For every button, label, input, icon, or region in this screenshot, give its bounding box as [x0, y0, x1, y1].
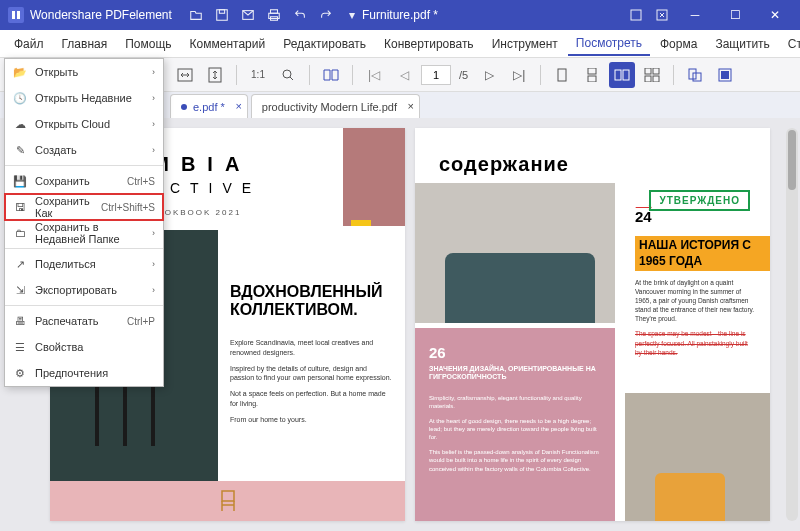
page-body: Explore Scandinavia, meet local creative…	[230, 338, 393, 431]
mail-icon[interactable]	[238, 5, 258, 25]
svg-rect-0	[217, 10, 228, 21]
prev-page-icon[interactable]: ◁	[391, 62, 417, 88]
pink-panel: 26 ЗНАЧЕНИЯ ДИЗАЙНА, ОРИЕНТИРОВАННЫЕ НА …	[415, 328, 615, 521]
prefs-icon: ⚙	[13, 366, 27, 380]
yellow-chair-image	[625, 393, 770, 521]
redo-icon[interactable]	[316, 5, 336, 25]
menu-view[interactable]: Посмотреть	[568, 32, 650, 56]
menu-properties[interactable]: ☰Свойства	[5, 334, 163, 360]
menu-create[interactable]: ✎Создать›	[5, 137, 163, 163]
design-heading: ЗНАЧЕНИЯ ДИЗАЙНА, ОРИЕНТИРОВАННЫЕ НА ГИГ…	[429, 365, 601, 382]
file-title: Furniture.pdf *	[362, 8, 438, 22]
tab-label: e.pdf *	[193, 101, 225, 113]
svg-rect-6	[631, 10, 641, 20]
rotate-icon[interactable]	[682, 62, 708, 88]
continuous-icon[interactable]	[579, 62, 605, 88]
maximize-button[interactable]: ☐	[718, 0, 752, 30]
saveas-icon: 🖫	[13, 200, 27, 214]
page-total: /5	[459, 69, 468, 81]
print-icon[interactable]	[264, 5, 284, 25]
minimize-button[interactable]: ─	[678, 0, 712, 30]
single-page-icon[interactable]	[549, 62, 575, 88]
svg-rect-19	[653, 76, 659, 82]
fit-page-icon[interactable]	[202, 62, 228, 88]
menu-comment[interactable]: Комментарий	[182, 33, 274, 55]
first-page-icon[interactable]: |◁	[361, 62, 387, 88]
bg-icon[interactable]	[712, 62, 738, 88]
svg-rect-1	[219, 10, 224, 14]
recent-icon: 🕓	[13, 91, 27, 105]
dropdown-icon[interactable]: ▾	[342, 5, 362, 25]
share-icon: ↗	[13, 257, 27, 271]
save-icon[interactable]	[212, 5, 232, 25]
savefolder-icon: 🗀	[13, 226, 27, 240]
tab-productivity[interactable]: productivity Modern Life.pdf ×	[251, 94, 420, 118]
menu-page[interactable]: Страница	[780, 33, 800, 55]
read-mode-icon[interactable]	[318, 62, 344, 88]
svg-point-10	[283, 70, 291, 78]
create-icon: ✎	[13, 143, 27, 157]
menu-print[interactable]: 🖶РаспечататьCtrl+P	[5, 308, 163, 334]
vertical-scrollbar[interactable]	[786, 128, 798, 521]
fit-width-icon[interactable]	[172, 62, 198, 88]
print-icon: 🖶	[13, 314, 27, 328]
page-heading: ВДОХНОВЛЕННЫЙ КОЛЛЕКТИВОМ.	[230, 283, 393, 318]
menu-file[interactable]: Файл	[6, 33, 52, 55]
props-icon: ☰	[13, 340, 27, 354]
menu-save[interactable]: 💾СохранитьCtrl+S	[5, 168, 163, 194]
cloud-icon: ☁	[13, 117, 27, 131]
undo-icon[interactable]	[290, 5, 310, 25]
menu-protect[interactable]: Защитить	[707, 33, 777, 55]
close-icon[interactable]: ×	[408, 100, 414, 112]
open-icon[interactable]	[186, 5, 206, 25]
sofa-image	[415, 183, 615, 323]
close-button[interactable]: ✕	[758, 0, 792, 30]
svg-rect-11	[558, 69, 566, 81]
menu-open-cloud[interactable]: ☁Открыть Cloud›	[5, 111, 163, 137]
svg-rect-12	[588, 68, 596, 74]
zoom-icon[interactable]	[275, 62, 301, 88]
zoom-100-icon[interactable]: 1:1	[245, 62, 271, 88]
svg-rect-23	[721, 71, 729, 79]
svg-rect-17	[653, 68, 659, 74]
help-icon[interactable]	[652, 5, 672, 25]
svg-rect-16	[645, 68, 651, 74]
tab-indicator	[181, 104, 187, 110]
title-bar: Wondershare PDFelement ▾ Furniture.pdf *…	[0, 0, 800, 30]
file-menu: 📂Открыть› 🕓Открыть Недавние› ☁Открыть Cl…	[4, 58, 164, 387]
contents-title: содержание	[439, 153, 569, 176]
pdf-page-right: содержание ⟶ УТВЕРЖДЕНО 24 НАША ИСТОРИЯ …	[415, 128, 770, 521]
expand-icon[interactable]	[626, 5, 646, 25]
tab-furniture[interactable]: e.pdf * ×	[170, 94, 248, 118]
close-icon[interactable]: ×	[235, 100, 241, 112]
menu-save-as[interactable]: 🖫Сохранить КакCtrl+Shift+S	[5, 194, 163, 220]
svg-rect-24	[222, 491, 234, 501]
menu-tool[interactable]: Инструмент	[484, 33, 566, 55]
tab-label: productivity Modern Life.pdf	[262, 101, 397, 113]
approved-stamp: УТВЕРЖДЕНО	[649, 190, 750, 211]
svg-rect-14	[615, 70, 621, 80]
menu-convert[interactable]: Конвертировать	[376, 33, 482, 55]
two-page-icon[interactable]	[609, 62, 635, 88]
last-page-icon[interactable]: ▷|	[506, 62, 532, 88]
menu-open-recent[interactable]: 🕓Открыть Недавние›	[5, 85, 163, 111]
page-number-input[interactable]	[421, 65, 451, 85]
page-number-26: 26	[429, 344, 601, 361]
menu-save-recent-folder[interactable]: 🗀Сохранить в Недавней Папке›	[5, 220, 163, 246]
svg-rect-13	[588, 76, 596, 82]
decorative-image	[343, 128, 405, 226]
open-icon: 📂	[13, 65, 27, 79]
menu-share[interactable]: ↗Поделиться›	[5, 251, 163, 277]
two-scroll-icon[interactable]	[639, 62, 665, 88]
menu-export[interactable]: ⇲Экспортировать›	[5, 277, 163, 303]
menu-preferences[interactable]: ⚙Предпочтения	[5, 360, 163, 386]
menu-form[interactable]: Форма	[652, 33, 705, 55]
menu-open[interactable]: 📂Открыть›	[5, 59, 163, 85]
menu-home[interactable]: Главная	[54, 33, 116, 55]
history-heading: НАША ИСТОРИЯ С 1965 ГОДА	[635, 236, 770, 271]
menu-help[interactable]: Помощь	[117, 33, 179, 55]
next-page-icon[interactable]: ▷	[476, 62, 502, 88]
app-name: Wondershare PDFelement	[30, 8, 172, 22]
history-text: At the brink of daylight on a quaint Van…	[635, 278, 755, 357]
menu-edit[interactable]: Редактировать	[275, 33, 374, 55]
